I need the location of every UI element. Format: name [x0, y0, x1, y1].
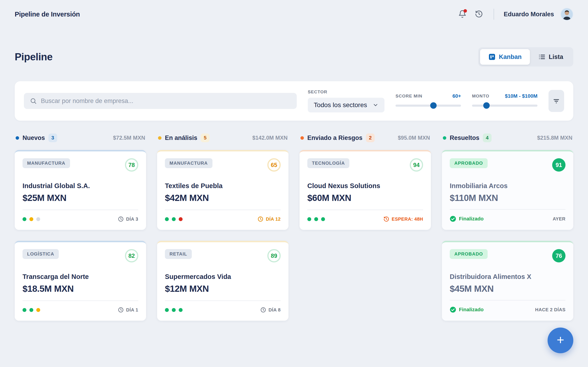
- deal-card[interactable]: RETAIL 89 Supermercados Vida $12M MXN DÍ…: [157, 241, 288, 321]
- app-root: Pipeline de Inversión Eduardo Morales: [0, 0, 588, 367]
- column-total: $72.5M MXN: [113, 135, 145, 141]
- monto-slider[interactable]: [472, 102, 537, 109]
- avatar[interactable]: [561, 8, 573, 21]
- status-dot: [23, 308, 26, 312]
- deal-card[interactable]: MANUFACTURA 65 Textiles de Puebla $42M M…: [157, 150, 288, 230]
- user-name: Eduardo Morales: [504, 11, 554, 18]
- deal-card[interactable]: APROBADO 91 Inmobiliaria Arcos $110M MXN…: [442, 150, 573, 230]
- column-status-dot: [300, 136, 304, 140]
- plus-icon: +: [557, 332, 564, 347]
- company-name: Transcarga del Norte: [23, 273, 138, 281]
- slider-thumb[interactable]: [430, 102, 437, 109]
- status-dot: [172, 217, 176, 221]
- score-badge: 91: [552, 158, 565, 172]
- add-deal-button[interactable]: +: [548, 327, 573, 353]
- advanced-filters-button[interactable]: [548, 90, 564, 112]
- deal-amount: $18.5M MXN: [23, 284, 138, 294]
- deal-card[interactable]: APROBADO 76 Distribuidora Alimentos X $4…: [442, 241, 573, 321]
- clock-icon: [118, 216, 124, 222]
- status-dot: [29, 308, 33, 312]
- column-enviado-a-riesgos: Enviado a Riesgos 2 $95.0M MXN TECNOLOGÍ…: [300, 133, 431, 241]
- column-total: $215.8M MXN: [537, 135, 572, 141]
- card-meta: DÍA 1: [118, 307, 138, 313]
- history-button[interactable]: [474, 9, 484, 19]
- deal-amount: $12M MXN: [165, 284, 281, 294]
- progress-dots: [23, 217, 40, 221]
- card-meta-text: DÍA 1: [126, 307, 138, 313]
- search-input[interactable]: [41, 98, 291, 105]
- monto-label: MONTO: [472, 94, 489, 99]
- card-meta-text: DÍA 8: [268, 307, 281, 313]
- card-meta-text: DÍA 12: [266, 217, 281, 222]
- status-dot: [321, 217, 325, 221]
- deal-card[interactable]: MANUFACTURA 78 Industrial Global S.A. $2…: [15, 150, 146, 230]
- score-badge: 94: [410, 158, 423, 172]
- column-en-analisis: En análisis 5 $142.0M MXN MANUFACTURA 65…: [157, 133, 288, 332]
- category-badge: MANUFACTURA: [23, 158, 70, 168]
- category-badge: MANUFACTURA: [165, 158, 212, 168]
- history-icon: [475, 10, 483, 19]
- notifications-button[interactable]: [457, 9, 467, 19]
- score-badge: 78: [125, 158, 138, 172]
- status-dot: [36, 308, 40, 312]
- column-header: Resueltos 4 $215.8M MXN: [442, 133, 573, 142]
- tab-lista-label: Lista: [549, 53, 563, 60]
- deal-amount: $25M MXN: [23, 193, 138, 203]
- column-name: En análisis: [165, 134, 197, 142]
- status-dot: [23, 217, 26, 221]
- deal-card[interactable]: LOGÍSTICA 82 Transcarga del Norte $18.5M…: [15, 241, 146, 321]
- status-dot: [179, 217, 183, 221]
- clock-icon: [118, 307, 124, 313]
- check-circle-icon: [450, 307, 456, 313]
- score-min-value: 60+: [452, 93, 461, 99]
- status-dot: [36, 217, 40, 221]
- filter-bar: SECTOR Todos los sectores SCORE MIN 60+ …: [15, 81, 573, 121]
- column-status-dot: [158, 136, 162, 140]
- finalized-label: Finalizado: [459, 307, 484, 313]
- company-name: Cloud Nexus Solutions: [307, 182, 423, 190]
- company-name: Distribuidora Alimentos X: [450, 273, 565, 281]
- status-dot: [29, 217, 33, 221]
- tab-kanban-label: Kanban: [499, 53, 522, 60]
- progress-dots: [307, 217, 325, 221]
- column-status-dot: [443, 136, 446, 140]
- deal-card[interactable]: TECNOLOGÍA 94 Cloud Nexus Solutions $60M…: [300, 150, 431, 230]
- slider-track: [472, 105, 537, 107]
- deal-amount: $45M MXN: [450, 284, 565, 294]
- tab-lista[interactable]: Lista: [530, 49, 571, 65]
- column-header: En análisis 5 $142.0M MXN: [157, 133, 288, 142]
- status-dot: [179, 308, 183, 312]
- company-name: Supermercados Vida: [165, 273, 281, 281]
- wait-history-icon: [383, 216, 389, 222]
- progress-dots: [165, 308, 183, 312]
- column-total: $142.0M MXN: [252, 135, 288, 141]
- company-name: Textiles de Puebla: [165, 182, 281, 190]
- clock-icon: [260, 307, 266, 313]
- finalized-label: Finalizado: [459, 216, 484, 222]
- card-meta-text: HACE 2 DÍAS: [535, 307, 565, 312]
- app-title: Pipeline de Inversión: [15, 10, 80, 18]
- approval-badge: APROBADO: [450, 249, 488, 259]
- top-bar-actions: Eduardo Morales: [457, 8, 573, 21]
- column-status-dot: [16, 136, 19, 140]
- card-meta-text: ESPERA: 48H: [392, 217, 423, 222]
- slider-track: [396, 105, 461, 107]
- slider-thumb[interactable]: [483, 102, 490, 109]
- status-dot: [165, 308, 169, 312]
- card-meta: DÍA 12: [258, 216, 281, 222]
- column-resueltos: Resueltos 4 $215.8M MXN APROBADO 91 Inmo…: [442, 133, 573, 332]
- tab-kanban[interactable]: Kanban: [480, 49, 530, 65]
- chevron-down-icon: [372, 102, 379, 108]
- approval-badge: APROBADO: [450, 158, 488, 168]
- sector-selected-value: Todos los sectores: [314, 101, 367, 109]
- search-icon: [30, 98, 37, 104]
- score-min-slider[interactable]: [396, 102, 461, 109]
- filter-lines-icon: [552, 97, 560, 105]
- column-count-badge: 5: [201, 133, 209, 142]
- category-badge: TECNOLOGÍA: [307, 158, 349, 168]
- score-min-label: SCORE MIN: [396, 94, 422, 99]
- column-count-badge: 3: [48, 133, 57, 142]
- status-dot: [165, 217, 169, 221]
- sector-select[interactable]: Todos los sectores: [308, 98, 384, 112]
- card-meta: ESPERA: 48H: [383, 216, 423, 222]
